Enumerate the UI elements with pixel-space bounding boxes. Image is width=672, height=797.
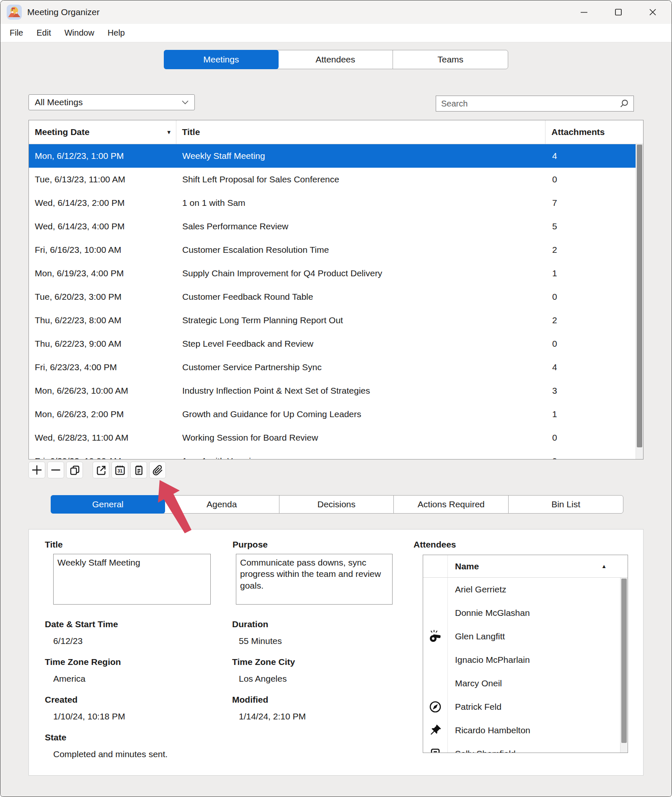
meetings-filter-dropdown[interactable]: All Meetings: [28, 94, 195, 110]
table-row[interactable]: Fri, 6/30/23, 10:00 AM1 on 1 with Yasmin…: [29, 449, 643, 460]
minimize-button[interactable]: [578, 6, 590, 18]
table-scrollbar-thumb[interactable]: [637, 145, 642, 447]
notes-button[interactable]: [130, 462, 147, 478]
attachments-button[interactable]: [149, 462, 166, 478]
modified-value: 1/14/24, 2:10 PM: [239, 711, 306, 721]
table-row[interactable]: Wed, 6/28/23, 11:00 AMWorking Session fo…: [29, 426, 643, 449]
duration-label: Duration: [232, 619, 268, 629]
purpose-field[interactable]: Communicate pass downs, sync progress wi…: [236, 554, 393, 605]
maximize-button[interactable]: [612, 6, 625, 18]
modified-label: Modified: [232, 695, 268, 704]
svg-text:31: 31: [117, 468, 122, 473]
table-row[interactable]: Tue, 6/13/23, 11:00 AMShift Left Proposa…: [29, 168, 643, 191]
whistle-icon: [429, 630, 442, 643]
title-bar: Meeting Organizer: [0, 0, 672, 24]
tz-city-label: Time Zone City: [232, 657, 295, 667]
attendees-rows: Ariel Gerrietz Donnie McGlashan Glen Lan…: [423, 578, 628, 753]
menu-help[interactable]: Help: [101, 26, 132, 40]
attendees-list: Name ▲ Ariel Gerrietz Donnie McGlashan: [423, 555, 628, 753]
column-header-title[interactable]: Title: [176, 120, 546, 144]
window-title: Meeting Organizer: [27, 7, 100, 17]
attendees-column-name: Name: [423, 561, 479, 571]
table-row[interactable]: Thu, 6/22/23, 8:00 AMStrategic Long Term…: [29, 309, 643, 332]
notepad-icon: [429, 747, 442, 753]
tab-meetings[interactable]: Meetings: [164, 50, 279, 69]
pushpin-icon: [429, 724, 442, 737]
table-row[interactable]: Thu, 6/22/23, 9:00 AMStep Level Feedback…: [29, 332, 643, 356]
table-row[interactable]: Wed, 6/14/23, 4:00 PMSales Performance R…: [29, 215, 643, 238]
compass-icon: [429, 700, 442, 714]
filter-selected-value: All Meetings: [35, 97, 83, 107]
minimize-icon: [579, 7, 589, 17]
add-button[interactable]: [28, 462, 45, 478]
attendee-row[interactable]: Ariel Gerrietz: [423, 578, 628, 601]
table-scrollbar[interactable]: [636, 144, 643, 460]
chevron-down-icon: [182, 100, 189, 104]
date-start-label: Date & Start Time: [45, 619, 118, 629]
attendees-scrollbar[interactable]: [620, 578, 628, 753]
tab-general[interactable]: General: [51, 495, 165, 514]
copy-icon: [69, 465, 80, 476]
search-icon[interactable]: [619, 99, 629, 109]
meetings-table: Meeting Date ▼ Title Attachments Mon, 6/…: [28, 120, 644, 460]
date-start-value: 6/12/23: [53, 636, 83, 646]
attendee-row[interactable]: Ricardo Hambelton: [423, 719, 628, 742]
tz-city-value: Los Angeles: [239, 674, 287, 683]
tab-teams[interactable]: Teams: [393, 50, 508, 69]
maximize-icon: [613, 7, 623, 17]
table-row[interactable]: Mon, 6/26/23, 10:00 AMIndustry Inflectio…: [29, 379, 643, 402]
table-row[interactable]: Wed, 6/14/23, 2:00 PM1 on 1 with Sam7: [29, 191, 643, 215]
attendees-label: Attendees: [414, 540, 456, 549]
attendee-row[interactable]: Donnie McGlashan: [423, 601, 628, 625]
title-field[interactable]: Weekly Staff Meeting: [53, 554, 211, 605]
attendee-row[interactable]: Marcy Oneil: [423, 672, 628, 695]
attendee-row[interactable]: Sally Shamfield: [423, 742, 628, 753]
table-row[interactable]: Mon, 6/12/23, 1:00 PMWeekly Staff Meetin…: [29, 144, 643, 168]
close-button[interactable]: [646, 6, 659, 18]
tab-bin-list[interactable]: Bin List: [508, 496, 623, 513]
column-header-meeting-date[interactable]: Meeting Date ▼: [29, 120, 176, 144]
attendee-row[interactable]: Ignacio McPharlain: [423, 648, 628, 672]
app-window: Meeting Organizer File Edit Window Help …: [0, 0, 672, 797]
table-row[interactable]: Fri, 6/23/23, 4:00 PMCustomer Service Pa…: [29, 356, 643, 379]
tz-region-label: Time Zone Region: [45, 657, 121, 667]
menu-edit[interactable]: Edit: [30, 26, 57, 40]
main-tab-bar: Meetings Attendees Teams: [164, 50, 508, 69]
duplicate-button[interactable]: [66, 462, 83, 478]
open-external-icon: [96, 465, 107, 476]
notepad-icon: [133, 465, 145, 476]
remove-button[interactable]: [47, 462, 64, 478]
open-external-button[interactable]: [93, 462, 109, 478]
attendee-row[interactable]: Patrick Feld: [423, 695, 628, 719]
attendee-row[interactable]: Glen Langfitt: [423, 625, 628, 648]
close-icon: [648, 7, 658, 17]
attendees-scrollbar-thumb[interactable]: [621, 579, 627, 743]
menu-bar: File Edit Window Help: [0, 24, 672, 42]
state-label: State: [45, 732, 66, 742]
sort-ascending-icon: ▲: [601, 563, 607, 569]
column-header-attachments[interactable]: Attachments: [545, 120, 636, 144]
tab-agenda[interactable]: Agenda: [165, 496, 279, 513]
attendees-header[interactable]: Name ▲: [423, 555, 628, 578]
sort-descending-icon: ▼: [166, 129, 172, 135]
menu-file[interactable]: File: [3, 26, 30, 40]
table-row[interactable]: Tue, 6/20/23, 3:00 PMCustomer Feedback R…: [29, 285, 643, 309]
search-box: [436, 96, 634, 112]
menu-window[interactable]: Window: [58, 26, 101, 40]
record-toolbar: 31: [28, 462, 166, 478]
tab-actions-required[interactable]: Actions Required: [393, 496, 508, 513]
tab-attendees[interactable]: Attendees: [278, 50, 393, 69]
paperclip-icon: [152, 465, 163, 476]
app-logo-icon: [6, 4, 22, 20]
general-detail-panel: Title Weekly Staff Meeting Purpose Commu…: [28, 529, 644, 776]
search-input[interactable]: [436, 99, 619, 109]
table-body: Mon, 6/12/23, 1:00 PMWeekly Staff Meetin…: [29, 144, 643, 460]
tab-decisions[interactable]: Decisions: [279, 496, 394, 513]
main-content: Meetings Attendees Teams All Meetings Me…: [0, 42, 672, 797]
table-row[interactable]: Fri, 6/16/23, 10:00 AMCustomer Escalatio…: [29, 238, 643, 262]
calendar-button[interactable]: 31: [111, 462, 128, 478]
table-row[interactable]: Mon, 6/26/23, 2:00 PMGrowth and Guidance…: [29, 402, 643, 426]
title-field-label: Title: [45, 540, 63, 549]
calendar-31-icon: 31: [114, 465, 126, 476]
table-row[interactable]: Mon, 6/19/23, 4:00 PMSupply Chain Improv…: [29, 262, 643, 285]
